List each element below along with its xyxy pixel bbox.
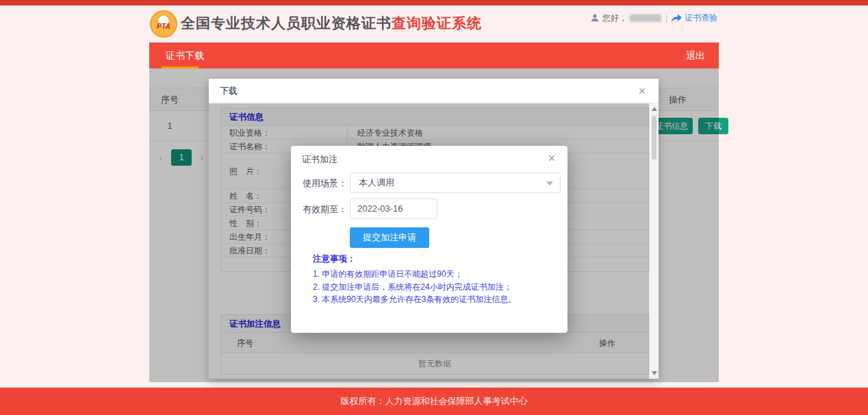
main-nav: 证书下载 退出	[149, 42, 719, 68]
download-modal-close-icon[interactable]: ×	[634, 83, 650, 99]
nav-tab-cert-download[interactable]: 证书下载	[166, 42, 204, 68]
pta-logo-icon: PTA	[150, 10, 177, 38]
annotation-modal-close-icon[interactable]: ×	[543, 149, 561, 167]
user-info-area: 您好， | 证书查验	[590, 11, 717, 25]
scroll-up-icon[interactable]	[652, 107, 657, 111]
site-title: 全国专业技术人员职业资格证书查询验证系统	[181, 14, 482, 33]
site-header: PTA 全国专业技术人员职业资格证书查询验证系统 您好， | 证书查验	[0, 5, 868, 42]
site-title-accent: 查询验证系统	[392, 15, 482, 31]
note-line-3: 3. 本系统90天内最多允许存在3条有效的证书加注信息。	[313, 293, 552, 306]
username-redacted	[630, 14, 661, 22]
user-separator: |	[665, 13, 667, 23]
user-icon	[590, 13, 600, 23]
expiry-date-input[interactable]: 2022-03-16	[350, 199, 437, 219]
annotation-modal: 证书加注 × 使用场景： 本人调用 有效期至： 2022-03-16 提交加注申…	[291, 146, 567, 333]
usage-scene-select[interactable]: 本人调用	[350, 173, 561, 193]
top-accent-bar	[0, 0, 868, 5]
pta-logo-text: PTA	[157, 22, 170, 29]
site-title-main: 全国专业技术人员职业资格证书	[181, 15, 392, 31]
logout-button[interactable]: 退出	[686, 42, 705, 68]
usage-scene-label: 使用场景：	[296, 177, 347, 190]
notes-section: 注意事项： 1. 申请的有效期距申请日不能超过90天； 2. 提交加注申请后，系…	[313, 253, 552, 306]
copyright-text: 版权所有：人力资源和社会保障部人事考试中心	[0, 388, 868, 415]
expiry-date-label: 有效期至：	[296, 203, 347, 216]
app-screen: PTA 全国专业技术人员职业资格证书查询验证系统 您好， | 证书查验 证书下载…	[0, 0, 868, 415]
scrollbar-thumb[interactable]	[652, 116, 656, 160]
download-modal-header: 下载 ×	[209, 79, 659, 103]
notes-title: 注意事项：	[313, 253, 552, 265]
note-line-1: 1. 申请的有效期距申请日不能超过90天；	[313, 268, 552, 281]
annotation-modal-title: 证书加注	[302, 153, 337, 166]
greeting-text: 您好，	[602, 12, 627, 24]
scroll-down-icon[interactable]	[652, 371, 657, 375]
site-footer: 版权所有：人力资源和社会保障部人事考试中心	[0, 388, 868, 415]
download-modal-title: 下载	[220, 79, 238, 103]
submit-annotation-button[interactable]: 提交加注申请	[350, 227, 429, 248]
note-line-2: 2. 提交加注申请后，系统将在24小时内完成证书加注；	[313, 281, 552, 294]
chevron-down-icon	[546, 181, 553, 186]
modal-scrollbar[interactable]	[649, 103, 659, 379]
usage-scene-value: 本人调用	[359, 173, 394, 192]
share-arrow-icon	[672, 14, 682, 23]
cert-verify-link[interactable]: 证书查验	[685, 12, 717, 24]
